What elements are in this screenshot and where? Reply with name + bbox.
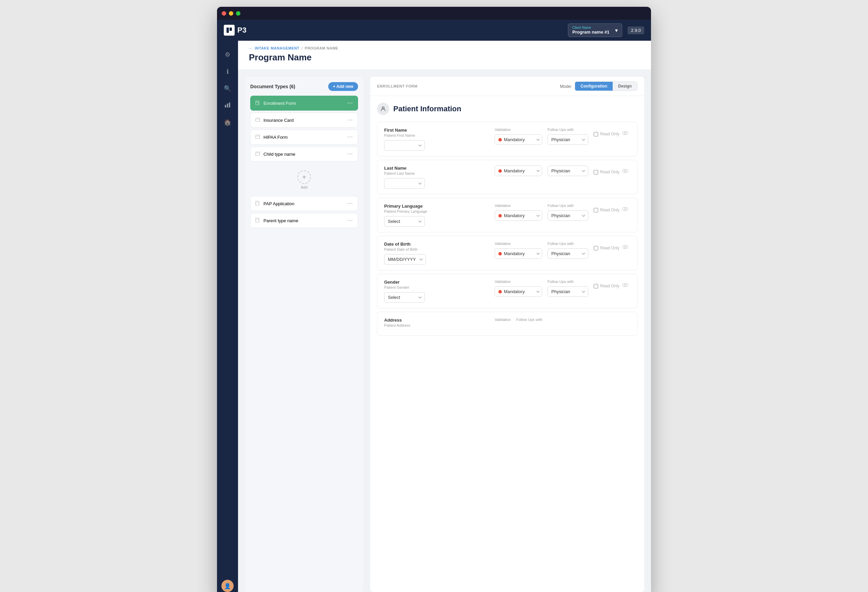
followup-label: Follow Ups with bbox=[548, 280, 588, 284]
doc-item-insurance[interactable]: Insurance Card ··· bbox=[250, 112, 358, 127]
validation-group: Validation Mandatory Optional bbox=[495, 127, 542, 145]
validation-select[interactable]: Mandatory Optional bbox=[502, 249, 542, 259]
info-icon: ℹ bbox=[226, 68, 229, 75]
doc-item-pap[interactable]: PAP Application ··· bbox=[250, 196, 358, 211]
gear-icon: ⚙ bbox=[225, 51, 230, 58]
validation-select-wrapper[interactable]: Mandatory Optional bbox=[495, 134, 542, 145]
visibility-icon[interactable] bbox=[622, 130, 628, 136]
minimize-button[interactable] bbox=[229, 11, 233, 16]
sidebar-item-home[interactable]: 🏠 bbox=[220, 115, 235, 130]
doc-item-child[interactable]: Child type name ··· bbox=[250, 147, 358, 161]
dob-select[interactable]: MM/DD/YYYY bbox=[384, 254, 426, 265]
followup-select[interactable]: Physician bbox=[548, 248, 588, 259]
mode-label: Mode: bbox=[560, 84, 572, 89]
svg-rect-8 bbox=[255, 118, 260, 121]
followup-select[interactable]: Physician bbox=[548, 134, 588, 145]
doc-panel-title: Document Types (6) bbox=[250, 84, 295, 89]
mode-buttons: Configuration Design bbox=[575, 81, 638, 91]
field-name: Date of Birth bbox=[384, 241, 488, 247]
mode-configuration-button[interactable]: Configuration bbox=[575, 82, 613, 90]
validation-select[interactable]: Mandatory Optional bbox=[502, 211, 542, 221]
last-name-select[interactable] bbox=[384, 178, 425, 189]
visibility-icon[interactable] bbox=[622, 244, 628, 250]
close-button[interactable] bbox=[222, 11, 226, 16]
svg-point-21 bbox=[623, 169, 628, 173]
field-row-date-of-birth: Date of Birth Patient Date of Birth MM/D… bbox=[377, 236, 638, 270]
child-menu[interactable]: ··· bbox=[348, 151, 353, 157]
content-area: Document Types (6) + Add new Enrollment … bbox=[238, 70, 651, 592]
readonly-checkbox[interactable] bbox=[594, 208, 598, 212]
first-name-select[interactable] bbox=[384, 140, 425, 151]
sidebar-item-info[interactable]: ℹ bbox=[220, 64, 235, 79]
followup-group: Follow Ups with Physician bbox=[548, 127, 588, 145]
field-row-first-name: First Name Patient First Name Validation bbox=[377, 122, 638, 156]
pap-menu[interactable]: ··· bbox=[348, 200, 353, 207]
mode-design-button[interactable]: Design bbox=[613, 82, 637, 90]
insurance-label: Insurance Card bbox=[263, 118, 344, 123]
add-new-button[interactable]: + Add new bbox=[328, 82, 358, 91]
validation-select-wrapper[interactable]: Mandatory Optional bbox=[495, 248, 542, 259]
followup-select[interactable]: Physician bbox=[548, 210, 588, 221]
visibility-icon[interactable] bbox=[622, 168, 628, 175]
field-name: Address bbox=[384, 318, 488, 323]
field-top: Gender Patient Gender Select Validation bbox=[384, 280, 630, 303]
readonly-group: Read Only bbox=[594, 170, 620, 175]
svg-point-19 bbox=[623, 131, 628, 135]
child-label: Child type name bbox=[263, 152, 344, 157]
followup-group: Follow Ups with Physician bbox=[548, 280, 588, 297]
validation-select-wrapper[interactable]: Mandatory Optional bbox=[495, 286, 542, 297]
dropdown-icon: ▾ bbox=[615, 27, 618, 34]
svg-point-20 bbox=[624, 132, 626, 134]
chart-icon bbox=[224, 101, 231, 110]
client-selector[interactable]: Client Name Program name #1 ▾ bbox=[568, 24, 622, 37]
field-top: Date of Birth Patient Date of Birth MM/D… bbox=[384, 241, 630, 265]
mandatory-dot bbox=[498, 252, 502, 256]
validation-select[interactable]: Mandatory Optional bbox=[502, 135, 542, 145]
logo-text: P3 bbox=[237, 26, 247, 35]
doc-panel-header: Document Types (6) + Add new bbox=[250, 82, 358, 91]
pap-icon bbox=[255, 201, 260, 207]
doc-item-hipaa[interactable]: HIPAA Form ··· bbox=[250, 130, 358, 145]
search-icon: 🔍 bbox=[224, 85, 231, 92]
svg-point-24 bbox=[624, 208, 626, 210]
form-content: Patient Information First Name Patient F… bbox=[370, 96, 644, 592]
language-select[interactable]: Select bbox=[384, 216, 425, 226]
enrollment-menu[interactable]: ··· bbox=[348, 100, 353, 106]
readonly-checkbox[interactable] bbox=[594, 132, 598, 136]
followup-select[interactable]: Physician bbox=[548, 166, 588, 176]
back-icon[interactable]: ← bbox=[249, 46, 253, 50]
validation-select[interactable]: Mandatory Optional bbox=[502, 287, 542, 296]
sidebar-item-reports[interactable] bbox=[220, 98, 235, 112]
sidebar-item-search[interactable]: 🔍 bbox=[220, 81, 235, 96]
validation-label: Validation bbox=[495, 127, 542, 132]
user-avatar[interactable]: 👤 bbox=[221, 580, 233, 592]
hipaa-menu[interactable]: ··· bbox=[348, 134, 353, 140]
validation-group: Mandatory Optional bbox=[495, 166, 542, 176]
maximize-button[interactable] bbox=[236, 11, 241, 16]
validation-select-wrapper[interactable]: Mandatory Optional bbox=[495, 210, 542, 221]
child-icon bbox=[255, 151, 260, 157]
insurance-menu[interactable]: ··· bbox=[348, 117, 353, 123]
visibility-icon[interactable] bbox=[622, 282, 628, 289]
readonly-checkbox[interactable] bbox=[594, 170, 598, 175]
followup-select[interactable]: Physician bbox=[548, 286, 588, 297]
visibility-icon[interactable] bbox=[622, 206, 628, 212]
validation-select-wrapper[interactable]: Mandatory Optional bbox=[495, 166, 542, 176]
validation-select[interactable]: Mandatory Optional bbox=[502, 166, 542, 176]
add-section-button[interactable]: + bbox=[297, 170, 311, 184]
form-panel-label: ENROLLMENT FORM bbox=[377, 84, 418, 88]
main-content: ← INTAKE MANAGEMENT / PROGRAM NAME Progr… bbox=[238, 41, 651, 592]
readonly-checkbox[interactable] bbox=[594, 246, 598, 250]
sidebar-item-settings[interactable]: ⚙ bbox=[220, 47, 235, 62]
doc-item-parent[interactable]: Parent type name ··· bbox=[250, 213, 358, 228]
app-window: P3 Client Name Program name #1 ▾ 2.9.0 ⚙… bbox=[217, 7, 651, 592]
gender-select[interactable]: Select bbox=[384, 292, 425, 303]
readonly-checkbox[interactable] bbox=[594, 284, 598, 289]
svg-rect-4 bbox=[229, 102, 230, 108]
doc-item-enrollment[interactable]: Enrollment Form ··· bbox=[250, 96, 358, 111]
breadcrumb-parent[interactable]: INTAKE MANAGEMENT bbox=[255, 46, 300, 50]
readonly-label: Read Only bbox=[600, 170, 620, 175]
svg-rect-2 bbox=[225, 105, 226, 108]
parent-menu[interactable]: ··· bbox=[348, 218, 353, 223]
parent-label: Parent type name bbox=[263, 218, 344, 223]
